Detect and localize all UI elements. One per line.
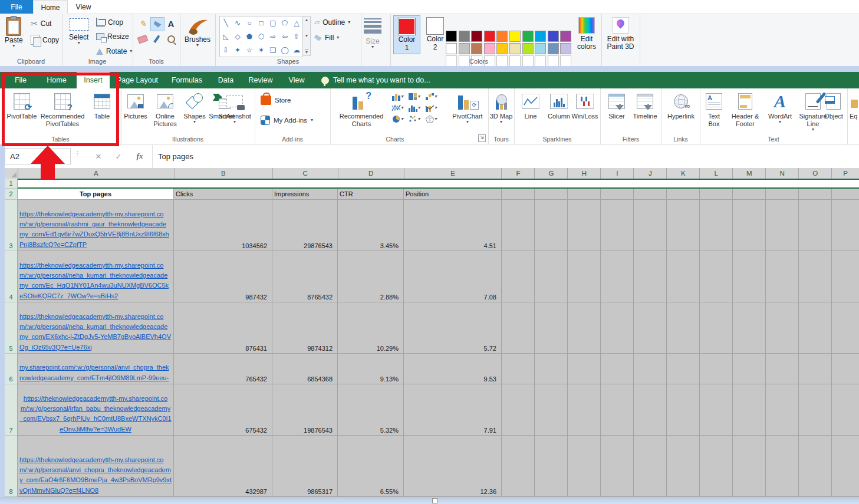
- column-header[interactable]: O: [799, 168, 832, 179]
- column-header[interactable]: D: [338, 168, 404, 179]
- copy-button[interactable]: Copy: [31, 35, 59, 45]
- shape-icon[interactable]: ⬠: [282, 19, 288, 27]
- edit-colors-button[interactable]: Edit colors: [574, 17, 599, 51]
- shape-icon[interactable]: ☆: [246, 46, 253, 54]
- hyperlink-button[interactable]: ∞ Hyperlink: [663, 92, 699, 120]
- cell-C5[interactable]: 9874312: [272, 302, 338, 354]
- shape-icon[interactable]: ☁: [293, 46, 300, 54]
- rotate-button[interactable]: Rotate ▾: [96, 47, 132, 55]
- column-header[interactable]: J: [634, 168, 667, 179]
- color2-button[interactable]: Color 2: [422, 15, 448, 53]
- insert-statistic-chart-button[interactable]: ▾: [408, 104, 420, 112]
- text-box-button[interactable]: A Text Box: [702, 92, 726, 128]
- cell-B3[interactable]: 1034562: [174, 200, 272, 251]
- row-header[interactable]: 1: [5, 179, 18, 189]
- row-header[interactable]: 5: [5, 302, 18, 354]
- enter-button[interactable]: ✓: [110, 148, 127, 164]
- shape-gallery[interactable]: ╲∿○□▢⬠△◺◇⬟⬡⇨⇦⇧⇩✦☆✶❏◯☁: [219, 16, 303, 57]
- shapes-button[interactable]: Shapes ▾: [181, 92, 208, 124]
- cell-B2[interactable]: Clicks: [174, 189, 272, 200]
- column-header[interactable]: B: [175, 168, 273, 179]
- palette-swatch[interactable]: [560, 43, 571, 54]
- tell-me-box[interactable]: Tell me what you want to do...: [321, 72, 430, 88]
- palette-swatch[interactable]: [535, 43, 546, 54]
- size-button[interactable]: Size ▾: [364, 18, 381, 49]
- store-button[interactable]: Store: [261, 95, 291, 105]
- cell-C6[interactable]: 6854368: [272, 354, 338, 384]
- empty-cells[interactable]: [502, 200, 859, 251]
- column-header[interactable]: L: [700, 168, 733, 179]
- insert-combo-chart-button[interactable]: ▾: [425, 104, 437, 112]
- cell-B7[interactable]: 675432: [174, 384, 272, 436]
- cell-A7-url[interactable]: https://theknowledgeacademytth-my.sharep…: [18, 384, 174, 436]
- shape-icon[interactable]: ◇: [235, 32, 240, 41]
- palette-swatch[interactable]: [484, 31, 495, 42]
- shape-icon[interactable]: ╲: [223, 19, 228, 27]
- cell-B4[interactable]: 987432: [174, 251, 272, 302]
- row-header[interactable]: 3: [5, 200, 18, 251]
- pictures-button[interactable]: Pictures: [122, 92, 149, 120]
- column-header[interactable]: H: [568, 168, 601, 179]
- equation-button[interactable]: Eq: [850, 92, 859, 120]
- row-header[interactable]: 6: [5, 354, 18, 384]
- sparkline-column-button[interactable]: Column: [545, 92, 573, 120]
- palette-swatch[interactable]: [522, 43, 534, 54]
- palette-swatch[interactable]: [471, 31, 482, 42]
- insert-line-chart-button[interactable]: ▾: [391, 104, 403, 112]
- column-header[interactable]: M: [733, 168, 766, 179]
- paint-tab-file[interactable]: File: [0, 0, 33, 14]
- column-header[interactable]: K: [667, 168, 700, 179]
- palette-swatch[interactable]: [496, 31, 508, 42]
- cell-A3-url[interactable]: https://theknowledgeacademytth-my.sharep…: [18, 200, 174, 251]
- pivotchart-button[interactable]: ⟳ PivotChart ▾: [449, 92, 486, 124]
- cell-A8-url[interactable]: https://theknowledgeacademytth-my.sharep…: [18, 436, 174, 497]
- excel-tab-review[interactable]: Review: [244, 72, 277, 88]
- palette-swatch[interactable]: [459, 43, 470, 54]
- cell-E7[interactable]: 7.91: [404, 384, 502, 436]
- cell-C7[interactable]: 19876543: [272, 384, 338, 436]
- shape-icon[interactable]: □: [259, 19, 263, 27]
- palette-swatch[interactable]: [446, 31, 457, 42]
- shape-icon[interactable]: ✦: [235, 46, 241, 54]
- cell-C2[interactable]: Impressions: [272, 189, 338, 200]
- cell-D7[interactable]: 5.32%: [338, 384, 404, 436]
- recommended-charts-button[interactable]: ? Recommended Charts: [335, 92, 388, 128]
- slicer-button[interactable]: Slicer: [604, 92, 630, 120]
- select-button[interactable]: Select ▾: [69, 18, 88, 45]
- column-header[interactable]: P: [832, 168, 859, 179]
- cell-E8[interactable]: 12.36: [404, 436, 502, 497]
- excel-tab-data[interactable]: Data: [213, 72, 238, 88]
- cell-E2[interactable]: Position: [404, 189, 502, 200]
- formula-input[interactable]: Top pages: [158, 148, 193, 164]
- insert-function-button[interactable]: fx: [131, 148, 149, 164]
- column-header[interactable]: N: [766, 168, 799, 179]
- column-header[interactable]: G: [535, 168, 568, 179]
- palette-swatch[interactable]: [471, 43, 482, 54]
- palette-swatch[interactable]: [548, 31, 559, 42]
- column-header[interactable]: C: [273, 168, 338, 179]
- cell-D6[interactable]: 9.13%: [338, 354, 404, 384]
- empty-cells[interactable]: [502, 436, 859, 497]
- row-header[interactable]: 8: [5, 436, 18, 497]
- pencil-tool[interactable]: ✎: [136, 17, 149, 30]
- shape-icon[interactable]: ❏: [270, 46, 277, 54]
- shape-icon[interactable]: △: [294, 19, 299, 27]
- cancel-button[interactable]: ✕: [90, 148, 107, 164]
- edit-with-paint3d-button[interactable]: Edit with Paint 3D: [604, 17, 637, 51]
- color-picker-tool[interactable]: [150, 32, 163, 45]
- cell-E3[interactable]: 4.51: [404, 200, 502, 251]
- scroll-up-icon[interactable]: ▲: [305, 18, 309, 22]
- eraser-tool[interactable]: [136, 32, 149, 45]
- 3d-map-button[interactable]: 3D Map ▾: [489, 92, 513, 124]
- shape-icon[interactable]: ◯: [281, 46, 288, 54]
- cell-D2[interactable]: CTR: [338, 189, 404, 200]
- palette-swatch[interactable]: [484, 43, 495, 54]
- excel-tab-formulas[interactable]: Formulas: [166, 72, 208, 88]
- cell-B6[interactable]: 765432: [174, 354, 272, 384]
- paint-tab-home[interactable]: Home: [33, 0, 68, 14]
- screenshot-button[interactable]: Screenshot ▾: [215, 92, 254, 124]
- insert-column-chart-button[interactable]: ▾: [391, 93, 403, 101]
- outline-button[interactable]: ▱ Outline ▾: [314, 18, 350, 27]
- cell-C4[interactable]: 8765432: [272, 251, 338, 302]
- insert-radar-chart-button[interactable]: ▾: [425, 115, 437, 123]
